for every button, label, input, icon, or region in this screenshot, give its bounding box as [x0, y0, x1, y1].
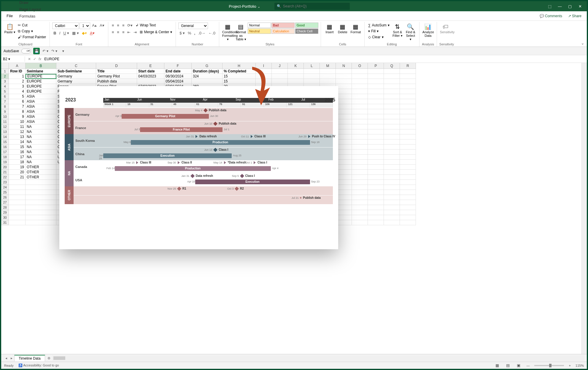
cell[interactable]	[384, 175, 400, 180]
column-header-C[interactable]: C	[56, 63, 96, 69]
cell[interactable]: OTHER	[26, 170, 56, 175]
indent-dec-icon[interactable]: ⇤	[126, 29, 132, 35]
wrap-text-button[interactable]: ↲ Wrap Text	[134, 23, 157, 28]
indent-inc-icon[interactable]: ⇥	[132, 29, 138, 35]
row-header[interactable]: 18	[1, 155, 9, 160]
conditional-formatting-button[interactable]: ▦Conditional Formatting ▾	[222, 23, 234, 42]
cell[interactable]	[368, 94, 384, 99]
find-select-button[interactable]: 🔍Find & Select ▾	[404, 23, 417, 42]
fill-button[interactable]: ▾ Fill ▾	[367, 28, 391, 34]
cell[interactable]	[384, 114, 400, 119]
row-header[interactable]: 19	[1, 160, 9, 165]
cell[interactable]	[400, 175, 416, 180]
align-right-icon[interactable]: ≡	[121, 29, 126, 35]
column-header-P[interactable]: P	[368, 63, 384, 69]
cell[interactable]	[368, 215, 384, 220]
cell[interactable]	[384, 139, 400, 144]
cell[interactable]	[288, 69, 304, 74]
autosum-button[interactable]: ∑ AutoSum ▾	[367, 23, 391, 28]
cell[interactable]	[336, 190, 352, 195]
cell[interactable]	[384, 205, 400, 210]
cell-style-check-cell[interactable]: Check Cell	[295, 28, 318, 34]
cell[interactable]: 3	[9, 84, 26, 89]
cell[interactable]	[9, 205, 26, 210]
cell[interactable]	[26, 195, 56, 200]
cell[interactable]	[352, 79, 368, 84]
qa-more-icon[interactable]: ▾	[60, 48, 66, 54]
cell[interactable]	[336, 165, 352, 170]
column-header-L[interactable]: L	[304, 63, 320, 69]
cell[interactable]	[368, 69, 384, 74]
cell[interactable]	[26, 215, 56, 220]
underline-button[interactable]: U ▾	[62, 30, 70, 36]
cell[interactable]	[384, 109, 400, 114]
cell[interactable]	[336, 99, 352, 104]
cell[interactable]	[336, 220, 352, 225]
tab-draw[interactable]: Draw	[16, 0, 45, 6]
cell[interactable]	[352, 150, 368, 155]
row-header[interactable]: 8	[1, 104, 9, 109]
analyze-data-button[interactable]: 📊Analyze Data	[422, 23, 434, 38]
sheet-tab-active[interactable]: Timeline Data	[14, 355, 45, 361]
cell[interactable]	[368, 99, 384, 104]
cell[interactable]	[26, 200, 56, 205]
cell[interactable]: 4	[9, 89, 26, 94]
cell[interactable]	[400, 200, 416, 205]
row-header[interactable]: 31	[1, 220, 9, 225]
cell[interactable]	[352, 109, 368, 114]
cell[interactable]	[368, 104, 384, 109]
cell[interactable]	[352, 114, 368, 119]
cell[interactable]: 06/30/2024	[164, 74, 192, 79]
number-format-select[interactable]: General	[178, 23, 208, 29]
cell[interactable]	[352, 195, 368, 200]
cell[interactable]	[26, 185, 56, 190]
cell[interactable]	[384, 160, 400, 165]
cell[interactable]	[368, 74, 384, 79]
name-box[interactable]: B2 ▾	[1, 56, 25, 62]
cell[interactable]: Title	[96, 69, 137, 74]
cell[interactable]	[368, 185, 384, 190]
cell[interactable]	[352, 185, 368, 190]
cell[interactable]	[400, 79, 416, 84]
cell[interactable]	[384, 195, 400, 200]
cell[interactable]	[384, 144, 400, 150]
cell[interactable]	[336, 124, 352, 129]
cell[interactable]: OTHER	[26, 175, 56, 180]
cell[interactable]: 21	[9, 175, 26, 180]
cell[interactable]	[352, 84, 368, 89]
cell[interactable]: Swimlane	[26, 69, 56, 74]
cell[interactable]	[304, 69, 320, 74]
cell[interactable]	[384, 150, 400, 155]
cell[interactable]: 324	[192, 74, 223, 79]
cell[interactable]: Sub-Swimlane	[56, 69, 96, 74]
orientation-icon[interactable]: ⟳▾	[126, 23, 134, 28]
cell[interactable]: Germany	[56, 74, 96, 79]
cell[interactable]	[352, 144, 368, 150]
row-header[interactable]: 17	[1, 150, 9, 155]
sheet-nav-next[interactable]: ▸	[9, 356, 14, 360]
cell-style-bad[interactable]: Bad	[271, 23, 295, 28]
cell[interactable]	[352, 170, 368, 175]
row-header[interactable]: 1	[1, 69, 9, 74]
file-tab[interactable]: File	[4, 12, 16, 19]
decrease-font-icon[interactable]: A▾	[98, 23, 106, 28]
cell[interactable]	[192, 79, 223, 84]
cell[interactable]	[336, 144, 352, 150]
cell[interactable]	[320, 69, 336, 74]
cell[interactable]	[352, 139, 368, 144]
cell[interactable]	[384, 155, 400, 160]
autosave-toggle[interactable]: Off	[21, 49, 31, 53]
cell[interactable]: ASIA	[26, 114, 56, 119]
cell[interactable]: Germany	[56, 79, 96, 84]
cell[interactable]	[352, 134, 368, 139]
cell[interactable]: 12	[9, 129, 26, 134]
sort-filter-button[interactable]: ⇅Sort & Filter ▾	[391, 23, 404, 38]
cell[interactable]: Start date	[137, 69, 164, 74]
cell[interactable]	[400, 150, 416, 155]
column-header-B[interactable]: B	[26, 63, 56, 69]
cell[interactable]	[352, 205, 368, 210]
cell[interactable]	[336, 215, 352, 220]
cell[interactable]	[368, 160, 384, 165]
row-header[interactable]: 30	[1, 215, 9, 220]
view-pagelayout-icon[interactable]: ▤	[505, 363, 511, 368]
